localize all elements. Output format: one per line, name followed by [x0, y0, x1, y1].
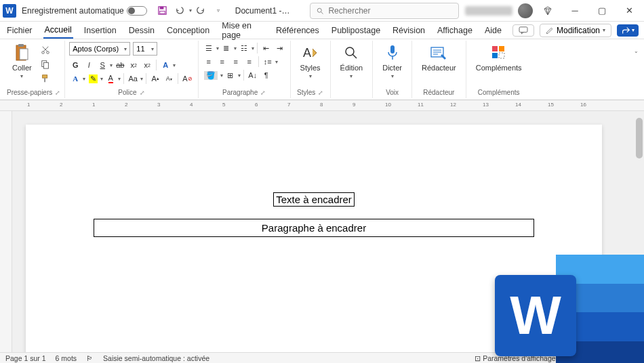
- align-left-button[interactable]: ≡: [203, 56, 215, 68]
- ruler-mark: 2: [60, 102, 62, 108]
- ruler-mark: 15: [548, 102, 554, 108]
- tab-references[interactable]: Références: [275, 23, 321, 38]
- line-spacing-button[interactable]: ↕≡: [262, 56, 274, 68]
- ribbon-collapse[interactable]: ⌄: [631, 41, 641, 98]
- vertical-ruler[interactable]: [0, 111, 12, 352]
- decrease-indent-button[interactable]: ⇤: [260, 42, 273, 54]
- tab-affichage[interactable]: Affichage: [436, 23, 474, 38]
- font-size-combo[interactable]: 11▾: [133, 42, 157, 56]
- subscript-button[interactable]: x2: [127, 59, 140, 71]
- multilevel-list-button[interactable]: ☷: [238, 42, 250, 54]
- bold-button[interactable]: G: [69, 59, 81, 71]
- status-lang-icon[interactable]: 🏳: [86, 354, 94, 362]
- search-input[interactable]: [328, 6, 453, 16]
- user-avatar[interactable]: [518, 3, 533, 18]
- status-words[interactable]: 6 mots: [56, 354, 77, 362]
- svg-point-13: [46, 51, 49, 54]
- group-editor: Rédacteur Rédacteur: [412, 41, 466, 98]
- change-case-button[interactable]: Aa: [127, 72, 139, 85]
- close-button[interactable]: ✕: [617, 1, 641, 21]
- editor-button[interactable]: Rédacteur: [416, 42, 462, 73]
- svg-rect-8: [519, 26, 527, 32]
- styles-launcher[interactable]: ⤢: [318, 89, 323, 96]
- maximize-button[interactable]: ▢: [590, 1, 614, 21]
- ruler-mark: 16: [580, 102, 586, 108]
- tab-revision[interactable]: Révision: [391, 23, 426, 38]
- increase-indent-button[interactable]: ⇥: [274, 42, 286, 54]
- tab-insertion[interactable]: Insertion: [83, 23, 118, 38]
- paste-button[interactable]: Coller ▾: [7, 42, 37, 81]
- diamond-icon[interactable]: [536, 1, 560, 21]
- numbering-button[interactable]: ≣: [220, 42, 233, 54]
- shrink-font-button[interactable]: A▾: [163, 72, 175, 85]
- tab-accueil[interactable]: Accueil: [43, 22, 73, 39]
- shading-button[interactable]: 🪣: [203, 69, 219, 81]
- scissors-icon: [41, 45, 50, 55]
- edition-button[interactable]: Édition▾: [335, 42, 369, 81]
- search-box[interactable]: [310, 3, 459, 19]
- minimize-button[interactable]: ─: [563, 1, 587, 21]
- font-name-combo[interactable]: Aptos (Corps)▾: [69, 42, 130, 56]
- qat-customize[interactable]: ▿: [211, 3, 226, 18]
- show-marks-button[interactable]: ¶: [260, 69, 273, 81]
- styles-button[interactable]: A Styles▾: [295, 42, 326, 81]
- modification-button[interactable]: Modification ▾: [540, 24, 611, 37]
- ruler-mark: 13: [483, 102, 489, 108]
- italic-button[interactable]: I: [83, 59, 95, 71]
- underline-button[interactable]: S: [96, 59, 108, 71]
- align-right-button[interactable]: ≡: [230, 56, 242, 68]
- tab-dessin[interactable]: Dessin: [127, 23, 156, 38]
- svg-rect-32: [499, 53, 504, 58]
- modification-label: Modification: [557, 26, 600, 35]
- ruler-mark: 5: [222, 102, 225, 108]
- bullets-button[interactable]: ☰: [203, 42, 215, 54]
- clear-formatting-button[interactable]: A⊘: [181, 72, 193, 85]
- comments-button[interactable]: [512, 24, 534, 37]
- clipboard-icon: [12, 43, 31, 62]
- framed-paragraph[interactable]: Paragraphe à encadrer: [94, 219, 534, 237]
- tab-mise-en-page[interactable]: Mise en page: [220, 18, 265, 43]
- strikethrough-button[interactable]: ab: [114, 59, 126, 71]
- search-icon: [316, 7, 324, 15]
- align-center-button[interactable]: ≡: [216, 56, 228, 68]
- sort-button[interactable]: A↓: [247, 69, 259, 81]
- framed-text[interactable]: Texte à encadrer: [273, 192, 355, 207]
- tab-conception[interactable]: Conception: [165, 23, 211, 38]
- share-button[interactable]: ▾: [617, 24, 639, 37]
- document-title: Document1 -…: [235, 6, 290, 16]
- redo-button[interactable]: [193, 3, 208, 18]
- borders-button[interactable]: ⊞: [224, 69, 237, 81]
- status-autocomplete[interactable]: Saisie semi-automatique : activée: [103, 354, 209, 362]
- paragraph-launcher[interactable]: ⤢: [260, 89, 266, 96]
- highlight-button[interactable]: ✎: [87, 72, 99, 85]
- svg-rect-29: [492, 46, 498, 51]
- tab-publipostage[interactable]: Publipostage: [330, 23, 382, 38]
- autosave-toggle[interactable]: [127, 6, 147, 16]
- scrollbar-thumb[interactable]: [636, 118, 643, 158]
- addins-button[interactable]: Compléments: [470, 42, 527, 73]
- ruler-mark: 14: [515, 102, 521, 108]
- copy-button[interactable]: [39, 58, 52, 71]
- text-effects-button[interactable]: A: [159, 59, 172, 71]
- font-launcher[interactable]: ⤢: [140, 89, 145, 96]
- svg-rect-11: [20, 49, 28, 60]
- brush-icon: [41, 74, 50, 83]
- status-page[interactable]: Page 1 sur 1: [5, 354, 46, 362]
- font-color-button[interactable]: A: [104, 72, 117, 85]
- font-color-outline-button[interactable]: A: [69, 72, 81, 85]
- superscript-button[interactable]: x2: [141, 59, 153, 71]
- tab-fichier[interactable]: Fichier: [5, 23, 34, 38]
- horizontal-ruler[interactable]: 1212345678910111213141516: [0, 100, 644, 111]
- tab-aide[interactable]: Aide: [483, 23, 503, 38]
- undo-dropdown[interactable]: ▾: [189, 7, 192, 14]
- justify-button[interactable]: ≡: [243, 56, 256, 68]
- undo-button[interactable]: [173, 3, 188, 18]
- save-button[interactable]: [155, 3, 170, 18]
- clipboard-launcher[interactable]: ⤢: [55, 89, 60, 96]
- group-voice: Dicter▾ Voix: [373, 41, 412, 98]
- format-painter-button[interactable]: [39, 72, 52, 85]
- group-styles: A Styles▾ Styles⤢: [291, 41, 331, 98]
- cut-button[interactable]: [39, 43, 52, 57]
- grow-font-button[interactable]: A▴: [149, 72, 161, 85]
- dictate-button[interactable]: Dicter▾: [377, 42, 407, 81]
